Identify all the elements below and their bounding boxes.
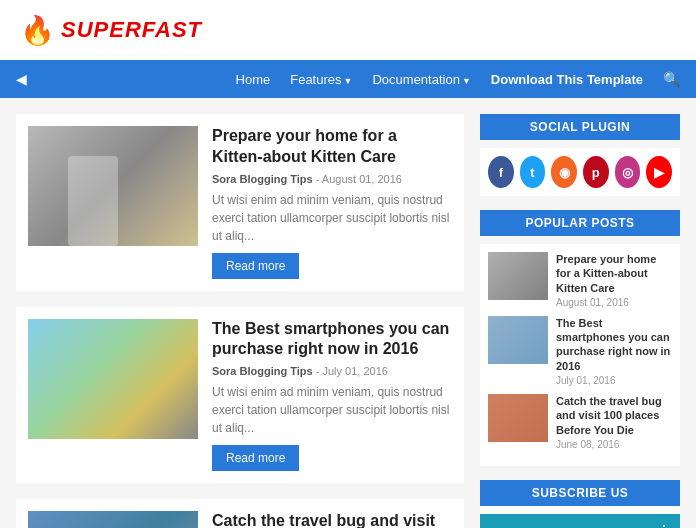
popular-posts-title: POPULAR POSTS	[480, 210, 680, 236]
post-title[interactable]: The Best smartphones you can purchase ri…	[212, 319, 452, 361]
video-thumbnail[interactable]: How To Create A Po... ⋮	[480, 514, 680, 528]
post-excerpt: Ut wisi enim ad minim veniam, quis nostr…	[212, 191, 452, 245]
post-author: Sora Blogging Tips	[212, 173, 313, 185]
popular-post-date: July 01, 2016	[556, 375, 672, 386]
twitter-button[interactable]: t	[520, 156, 546, 188]
social-plugin-title: SOCIAL PLUGIN	[480, 114, 680, 140]
popular-thumb	[488, 252, 548, 300]
pinterest-button[interactable]: p	[583, 156, 609, 188]
post-thumbnail	[28, 126, 198, 246]
search-icon[interactable]: 🔍	[663, 71, 680, 87]
post-card: The Best smartphones you can purchase ri…	[16, 307, 464, 484]
post-title[interactable]: Prepare your home for a Kitten-about Kit…	[212, 126, 452, 168]
popular-info: Catch the travel bug and visit 100 place…	[556, 394, 672, 450]
logo-text: SUPERFAST	[61, 17, 202, 43]
post-meta: Sora Blogging Tips - August 01, 2016	[212, 173, 452, 185]
post-card: Prepare your home for a Kitten-about Kit…	[16, 114, 464, 291]
post-date: - July 01, 2016	[316, 365, 388, 377]
nav-download-template[interactable]: Download This Template	[491, 72, 643, 87]
nav-documentation[interactable]: Documentation▼	[372, 72, 470, 87]
chevron-down-icon: ▼	[462, 76, 471, 86]
read-more-button[interactable]: Read more	[212, 253, 299, 279]
post-info: Catch the travel bug and visit 100 place…	[212, 511, 452, 528]
post-card: Catch the travel bug and visit 100 place…	[16, 499, 464, 528]
popular-thumb	[488, 316, 548, 364]
flame-icon: 🔥	[20, 14, 55, 47]
popular-posts-section: POPULAR POSTS Prepare your home for a Ki…	[480, 210, 680, 466]
social-icons-container: f t ◉ p ◎ ▶	[480, 148, 680, 196]
instagram-button[interactable]: ◎	[615, 156, 641, 188]
read-more-button[interactable]: Read more	[212, 445, 299, 471]
site-logo[interactable]: 🔥 SUPERFAST	[20, 14, 202, 47]
post-thumbnail	[28, 511, 198, 528]
nav-links: Home Features▼ Documentation▼ Download T…	[236, 72, 643, 87]
post-date: - August 01, 2016	[316, 173, 402, 185]
popular-posts-list: Prepare your home for a Kitten-about Kit…	[480, 244, 680, 466]
facebook-button[interactable]: f	[488, 156, 514, 188]
chevron-down-icon: ▼	[344, 76, 353, 86]
popular-info: Prepare your home for a Kitten-about Kit…	[556, 252, 672, 308]
post-excerpt: Ut wisi enim ad minim veniam, quis nostr…	[212, 383, 452, 437]
popular-post-item: Catch the travel bug and visit 100 place…	[488, 394, 672, 450]
main-nav: ◀ Home Features▼ Documentation▼ Download…	[0, 60, 696, 98]
popular-post-title[interactable]: The Best smartphones you can purchase ri…	[556, 316, 672, 373]
share-icon[interactable]: ◀	[16, 71, 27, 87]
nav-home[interactable]: Home	[236, 72, 271, 87]
post-info: The Best smartphones you can purchase ri…	[212, 319, 452, 472]
popular-post-title[interactable]: Prepare your home for a Kitten-about Kit…	[556, 252, 672, 295]
post-author: Sora Blogging Tips	[212, 365, 313, 377]
social-plugin-section: SOCIAL PLUGIN f t ◉ p ◎ ▶	[480, 114, 680, 196]
popular-info: The Best smartphones you can purchase ri…	[556, 316, 672, 386]
subscribe-section: SUBSCRIBE US How To Create A Po... ⋮	[480, 480, 680, 528]
subscribe-title: SUBSCRIBE US	[480, 480, 680, 506]
popular-post-title[interactable]: Catch the travel bug and visit 100 place…	[556, 394, 672, 437]
content-area: Prepare your home for a Kitten-about Kit…	[16, 114, 464, 528]
video-options-icon[interactable]: ⋮	[656, 522, 672, 528]
site-header: 🔥 SUPERFAST	[0, 0, 696, 60]
rss-button[interactable]: ◉	[551, 156, 577, 188]
sidebar: SOCIAL PLUGIN f t ◉ p ◎ ▶ POPULAR POSTS …	[480, 114, 680, 528]
post-title[interactable]: Catch the travel bug and visit 100 place…	[212, 511, 452, 528]
post-info: Prepare your home for a Kitten-about Kit…	[212, 126, 452, 279]
main-container: Prepare your home for a Kitten-about Kit…	[0, 98, 696, 528]
post-meta: Sora Blogging Tips - July 01, 2016	[212, 365, 452, 377]
nav-features[interactable]: Features▼	[290, 72, 352, 87]
youtube-button[interactable]: ▶	[646, 156, 672, 188]
post-thumbnail	[28, 319, 198, 439]
popular-post-date: June 08, 2016	[556, 439, 672, 450]
popular-post-date: August 01, 2016	[556, 297, 672, 308]
popular-thumb	[488, 394, 548, 442]
popular-post-item: The Best smartphones you can purchase ri…	[488, 316, 672, 386]
popular-post-item: Prepare your home for a Kitten-about Kit…	[488, 252, 672, 308]
